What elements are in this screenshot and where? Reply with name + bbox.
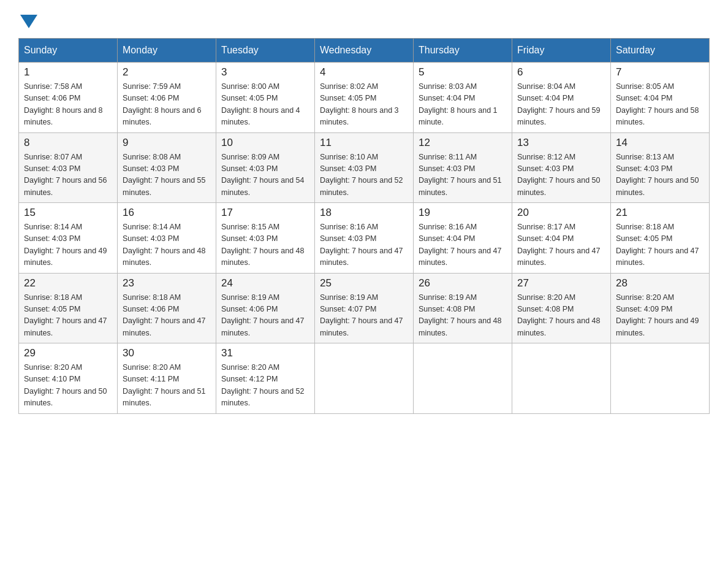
day-number-27: 27: [517, 277, 605, 289]
day-info-26: Sunrise: 8:19 AMSunset: 4:08 PMDaylight:…: [419, 292, 507, 340]
day-info-16: Sunrise: 8:14 AMSunset: 4:03 PMDaylight:…: [123, 221, 211, 269]
day-number-3: 3: [221, 66, 309, 79]
day-number-8: 8: [24, 137, 112, 149]
calendar-week-5: 29Sunrise: 8:20 AMSunset: 4:10 PMDayligh…: [19, 343, 710, 414]
calendar-day-13: 13Sunrise: 8:12 AMSunset: 4:03 PMDayligh…: [512, 132, 611, 203]
calendar-day-21: 21Sunrise: 8:18 AMSunset: 4:05 PMDayligh…: [611, 203, 710, 274]
day-info-20: Sunrise: 8:17 AMSunset: 4:04 PMDaylight:…: [517, 221, 605, 269]
day-number-24: 24: [221, 277, 309, 289]
empty-cell: [315, 343, 414, 414]
empty-cell: [611, 343, 710, 414]
calendar-week-4: 22Sunrise: 8:18 AMSunset: 4:05 PMDayligh…: [19, 273, 710, 343]
day-number-25: 25: [320, 277, 408, 289]
day-info-10: Sunrise: 8:09 AMSunset: 4:03 PMDaylight:…: [221, 151, 309, 199]
day-number-22: 22: [24, 277, 112, 289]
day-info-8: Sunrise: 8:07 AMSunset: 4:03 PMDaylight:…: [24, 151, 112, 199]
calendar-day-3: 3Sunrise: 8:00 AMSunset: 4:05 PMDaylight…: [216, 63, 315, 133]
day-info-18: Sunrise: 8:16 AMSunset: 4:03 PMDaylight:…: [320, 221, 408, 269]
calendar-day-10: 10Sunrise: 8:09 AMSunset: 4:03 PMDayligh…: [216, 132, 315, 203]
day-info-4: Sunrise: 8:02 AMSunset: 4:05 PMDaylight:…: [320, 81, 408, 129]
calendar-day-15: 15Sunrise: 8:14 AMSunset: 4:03 PMDayligh…: [19, 203, 118, 274]
calendar-week-2: 8Sunrise: 8:07 AMSunset: 4:03 PMDaylight…: [19, 132, 710, 203]
day-info-29: Sunrise: 8:20 AMSunset: 4:10 PMDaylight:…: [24, 362, 112, 410]
calendar-day-25: 25Sunrise: 8:19 AMSunset: 4:07 PMDayligh…: [315, 273, 414, 343]
calendar-day-8: 8Sunrise: 8:07 AMSunset: 4:03 PMDaylight…: [19, 132, 118, 203]
day-number-11: 11: [320, 137, 408, 149]
calendar-day-1: 1Sunrise: 7:58 AMSunset: 4:06 PMDaylight…: [19, 63, 118, 133]
day-number-9: 9: [123, 137, 211, 149]
logo: [18, 12, 37, 27]
day-info-1: Sunrise: 7:58 AMSunset: 4:06 PMDaylight:…: [24, 81, 112, 129]
day-info-21: Sunrise: 8:18 AMSunset: 4:05 PMDaylight:…: [616, 221, 704, 269]
calendar-day-19: 19Sunrise: 8:16 AMSunset: 4:04 PMDayligh…: [414, 203, 512, 274]
header-sunday: Sunday: [19, 39, 118, 63]
day-number-28: 28: [616, 277, 704, 289]
header-wednesday: Wednesday: [315, 39, 414, 63]
day-number-13: 13: [517, 137, 605, 149]
day-info-14: Sunrise: 8:13 AMSunset: 4:03 PMDaylight:…: [616, 151, 704, 199]
empty-cell: [414, 343, 512, 414]
calendar-day-24: 24Sunrise: 8:19 AMSunset: 4:06 PMDayligh…: [216, 273, 315, 343]
day-info-28: Sunrise: 8:20 AMSunset: 4:09 PMDaylight:…: [616, 292, 704, 340]
calendar-day-31: 31Sunrise: 8:20 AMSunset: 4:12 PMDayligh…: [216, 343, 315, 414]
calendar-day-27: 27Sunrise: 8:20 AMSunset: 4:08 PMDayligh…: [512, 273, 611, 343]
header-friday: Friday: [512, 39, 611, 63]
calendar-day-29: 29Sunrise: 8:20 AMSunset: 4:10 PMDayligh…: [19, 343, 118, 414]
logo-triangle-icon: [20, 15, 37, 28]
calendar-week-3: 15Sunrise: 8:14 AMSunset: 4:03 PMDayligh…: [19, 203, 710, 274]
day-info-3: Sunrise: 8:00 AMSunset: 4:05 PMDaylight:…: [221, 81, 309, 129]
day-info-7: Sunrise: 8:05 AMSunset: 4:04 PMDaylight:…: [616, 81, 704, 129]
day-number-31: 31: [221, 347, 309, 359]
calendar-day-16: 16Sunrise: 8:14 AMSunset: 4:03 PMDayligh…: [118, 203, 216, 274]
calendar-day-23: 23Sunrise: 8:18 AMSunset: 4:06 PMDayligh…: [118, 273, 216, 343]
day-number-1: 1: [24, 66, 112, 79]
day-info-31: Sunrise: 8:20 AMSunset: 4:12 PMDaylight:…: [221, 362, 309, 410]
day-number-14: 14: [616, 137, 704, 149]
day-number-15: 15: [24, 207, 112, 219]
day-info-2: Sunrise: 7:59 AMSunset: 4:06 PMDaylight:…: [123, 81, 211, 129]
day-info-30: Sunrise: 8:20 AMSunset: 4:11 PMDaylight:…: [123, 362, 211, 410]
header-saturday: Saturday: [611, 39, 710, 63]
day-info-17: Sunrise: 8:15 AMSunset: 4:03 PMDaylight:…: [221, 221, 309, 269]
calendar-day-4: 4Sunrise: 8:02 AMSunset: 4:05 PMDaylight…: [315, 63, 414, 133]
day-number-17: 17: [221, 207, 309, 219]
day-number-19: 19: [419, 207, 507, 219]
day-number-29: 29: [24, 347, 112, 359]
calendar-day-11: 11Sunrise: 8:10 AMSunset: 4:03 PMDayligh…: [315, 132, 414, 203]
calendar-day-7: 7Sunrise: 8:05 AMSunset: 4:04 PMDaylight…: [611, 63, 710, 133]
day-number-18: 18: [320, 207, 408, 219]
calendar-table: SundayMondayTuesdayWednesdayThursdayFrid…: [18, 38, 710, 414]
day-number-21: 21: [616, 207, 704, 219]
day-number-4: 4: [320, 66, 408, 79]
header-monday: Monday: [118, 39, 216, 63]
calendar-day-14: 14Sunrise: 8:13 AMSunset: 4:03 PMDayligh…: [611, 132, 710, 203]
calendar-day-28: 28Sunrise: 8:20 AMSunset: 4:09 PMDayligh…: [611, 273, 710, 343]
calendar-day-5: 5Sunrise: 8:03 AMSunset: 4:04 PMDaylight…: [414, 63, 512, 133]
day-info-22: Sunrise: 8:18 AMSunset: 4:05 PMDaylight:…: [24, 292, 112, 340]
calendar-day-20: 20Sunrise: 8:17 AMSunset: 4:04 PMDayligh…: [512, 203, 611, 274]
calendar-day-2: 2Sunrise: 7:59 AMSunset: 4:06 PMDaylight…: [118, 63, 216, 133]
header-thursday: Thursday: [414, 39, 512, 63]
day-info-15: Sunrise: 8:14 AMSunset: 4:03 PMDaylight:…: [24, 221, 112, 269]
day-number-26: 26: [419, 277, 507, 289]
day-number-7: 7: [616, 66, 704, 79]
day-number-6: 6: [517, 66, 605, 79]
day-number-5: 5: [419, 66, 507, 79]
calendar-day-30: 30Sunrise: 8:20 AMSunset: 4:11 PMDayligh…: [118, 343, 216, 414]
day-number-20: 20: [517, 207, 605, 219]
calendar-day-17: 17Sunrise: 8:15 AMSunset: 4:03 PMDayligh…: [216, 203, 315, 274]
day-info-23: Sunrise: 8:18 AMSunset: 4:06 PMDaylight:…: [123, 292, 211, 340]
calendar-day-9: 9Sunrise: 8:08 AMSunset: 4:03 PMDaylight…: [118, 132, 216, 203]
day-number-10: 10: [221, 137, 309, 149]
day-number-16: 16: [123, 207, 211, 219]
header-tuesday: Tuesday: [216, 39, 315, 63]
day-info-25: Sunrise: 8:19 AMSunset: 4:07 PMDaylight:…: [320, 292, 408, 340]
day-info-11: Sunrise: 8:10 AMSunset: 4:03 PMDaylight:…: [320, 151, 408, 199]
day-info-9: Sunrise: 8:08 AMSunset: 4:03 PMDaylight:…: [123, 151, 211, 199]
day-number-23: 23: [123, 277, 211, 289]
calendar-day-12: 12Sunrise: 8:11 AMSunset: 4:03 PMDayligh…: [414, 132, 512, 203]
calendar-day-6: 6Sunrise: 8:04 AMSunset: 4:04 PMDaylight…: [512, 63, 611, 133]
calendar-week-1: 1Sunrise: 7:58 AMSunset: 4:06 PMDaylight…: [19, 63, 710, 133]
day-info-13: Sunrise: 8:12 AMSunset: 4:03 PMDaylight:…: [517, 151, 605, 199]
day-info-5: Sunrise: 8:03 AMSunset: 4:04 PMDaylight:…: [419, 81, 507, 129]
